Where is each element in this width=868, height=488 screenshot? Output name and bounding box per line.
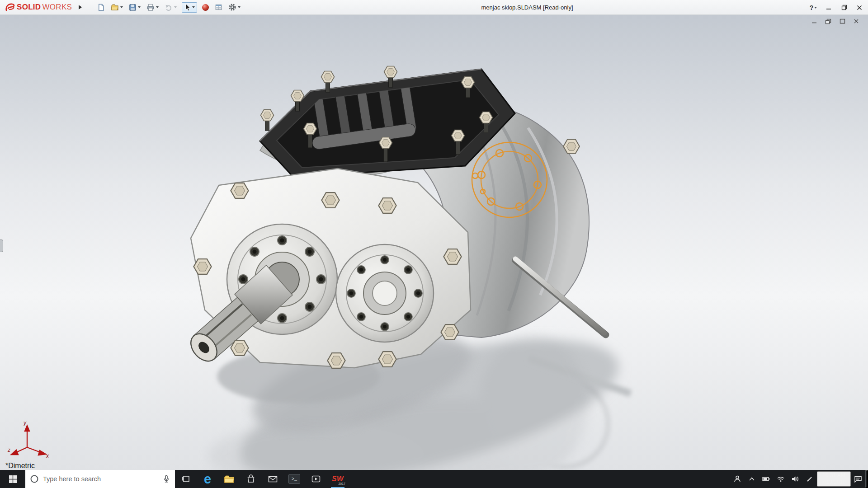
model-canvas[interactable] [0,15,868,470]
battery-button[interactable] [759,470,774,488]
save-icon [129,4,137,11]
sheet-format-icon [215,4,222,11]
taskbar-search-input[interactable]: Type here to search [25,470,175,488]
people-icon [733,475,741,483]
network-wifi-icon [777,476,785,482]
quick-access-toolbar [96,0,241,14]
task-view-button[interactable] [175,470,197,488]
edge-button[interactable]: e [197,470,218,488]
triad-x-label: x [46,453,49,458]
minimize-icon [826,5,831,10]
new-document-button[interactable] [96,3,106,12]
select-cursor-icon [184,4,191,11]
undo-icon [165,4,173,11]
volume-icon [791,475,799,483]
options-button[interactable] [227,2,241,12]
appearance-button[interactable] [201,3,210,12]
view-orientation-label: *Dimetric [5,462,35,470]
media-app-icon [311,474,321,483]
restore-icon [841,5,847,10]
cortana-icon [30,474,39,483]
titlebar: SOLIDWORKS [0,0,868,15]
mail-button[interactable] [262,470,283,488]
restore-button[interactable] [836,0,852,15]
document-title: menjac sklop.SLDASM [Read-only] [481,0,573,15]
reference-triad: y x z [7,419,51,458]
doc-restore-button[interactable] [823,17,834,25]
console-icon: >_ [288,474,300,484]
console-button[interactable]: >_ [283,470,305,488]
document-window-controls [809,17,862,25]
mail-icon [268,475,278,483]
save-button[interactable] [128,3,142,12]
graphics-area[interactable]: y x z *Dimetric [0,15,868,470]
solidworks-app-icon: SW 2017 [331,473,344,485]
brand-works-text: WORKS [42,3,72,12]
doc-minimize-button[interactable] [809,17,820,25]
media-app-button[interactable] [305,470,327,488]
doc-close-button[interactable] [851,17,862,25]
minimize-button[interactable] [821,0,836,15]
action-center-icon [854,475,862,483]
file-explorer-button[interactable] [218,470,240,488]
print-button[interactable] [146,3,160,12]
close-icon [857,5,862,10]
select-dropdown-caret[interactable] [192,6,195,8]
volume-button[interactable] [788,470,802,488]
triad-y-label: y [23,420,27,426]
close-button[interactable] [852,0,867,15]
doc-minimize-icon [811,19,817,24]
help-dropdown-caret [814,7,817,9]
sheet-format-button[interactable] [214,3,223,12]
tray-overflow-button[interactable] [745,470,759,488]
solidworks-logo: SOLIDWORKS [0,3,75,12]
doc-maximize-button[interactable] [837,17,848,25]
gear-icon [228,3,236,11]
appearance-sphere-icon [202,4,209,11]
select-tool-button[interactable] [182,2,197,13]
taskbar-clock[interactable]: 10:31 AM 7/13/2018 [817,471,851,487]
options-dropdown-caret[interactable] [238,6,241,8]
pen-icon [806,475,813,483]
save-dropdown-caret[interactable] [138,6,141,8]
chevron-up-icon [749,477,755,481]
search-placeholder: Type here to search [43,475,158,483]
undo-dropdown-caret[interactable] [174,6,177,8]
file-explorer-icon [224,474,235,483]
undo-button[interactable] [164,3,178,12]
print-dropdown-caret[interactable] [156,6,159,8]
battery-icon [762,476,770,482]
pane-splitter-handle[interactable] [0,239,3,252]
open-dropdown-caret[interactable] [120,6,123,8]
start-button[interactable] [0,470,25,488]
doc-restore-icon [825,19,831,24]
solidworks-taskbar-button[interactable]: SW 2017 [327,470,349,488]
brand-solid-text: SOLID [17,3,41,12]
open-folder-icon [111,4,119,11]
edge-icon: e [204,473,211,486]
network-button[interactable] [774,470,788,488]
right-hub[interactable] [336,244,434,342]
window-controls: ? [806,0,867,15]
people-button[interactable] [730,470,745,488]
print-icon [146,4,155,11]
store-icon [246,474,255,483]
microphone-icon[interactable] [162,475,170,483]
ds-logo-icon [5,3,15,12]
flyout-arrow-icon [78,5,82,10]
clock-time: 10:31 AM [822,472,845,479]
open-button[interactable] [110,3,124,12]
pen-button[interactable] [802,470,817,488]
menu-expand-button[interactable] [75,2,85,13]
show-desktop-button[interactable] [865,470,868,488]
help-button[interactable]: ? [806,0,821,15]
system-tray: 10:31 AM 7/13/2018 [730,470,868,488]
triad-z-label: z [7,447,10,453]
doc-maximize-icon [840,19,845,24]
windows-taskbar: Type here to search e [0,470,868,488]
store-button[interactable] [240,470,262,488]
solidworks-window: SOLIDWORKS [0,0,868,488]
task-view-icon [181,475,190,483]
action-center-button[interactable] [851,470,865,488]
clock-date: 7/13/2018 [822,479,846,486]
